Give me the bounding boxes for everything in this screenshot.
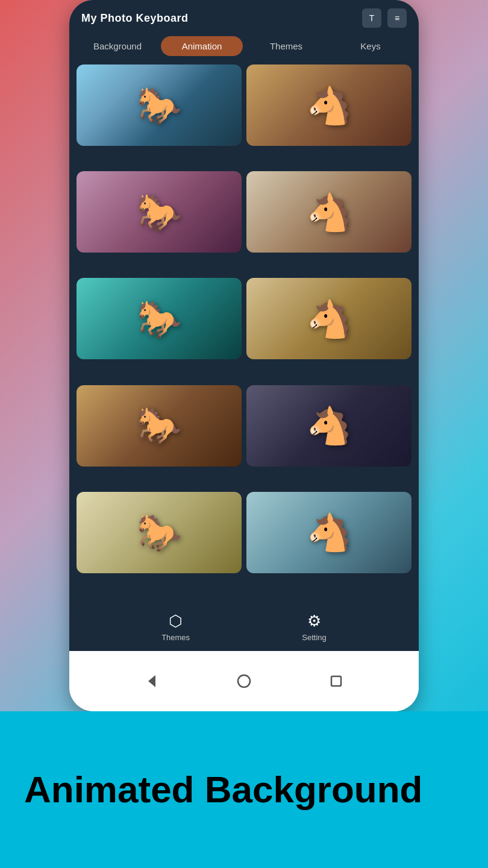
phone-device: My Photo Keyboard T ≡ Background Animati… (69, 0, 419, 711)
setting-icon: ⚙ (307, 612, 321, 631)
list-item[interactable] (77, 385, 242, 467)
recents-button[interactable] (325, 670, 347, 692)
nav-themes[interactable]: ⬡ Themes (161, 612, 190, 642)
image-grid (69, 61, 419, 597)
list-item[interactable] (246, 171, 411, 253)
svg-point-1 (238, 675, 250, 687)
top-bar: My Photo Keyboard T ≡ (69, 0, 419, 34)
svg-rect-2 (331, 676, 341, 686)
list-item[interactable] (77, 278, 242, 359)
app-title: My Photo Keyboard (81, 12, 189, 25)
tab-background[interactable]: Background (77, 36, 158, 56)
nav-tabs: Background Animation Themes Keys (69, 34, 419, 61)
list-item[interactable] (77, 64, 242, 146)
setting-label: Setting (302, 633, 326, 642)
home-button[interactable] (233, 670, 255, 692)
bottom-text: Animated Background (24, 769, 422, 810)
tab-keys[interactable]: Keys (330, 36, 411, 56)
themes-icon: ⬡ (169, 612, 183, 631)
themes-label: Themes (161, 633, 190, 642)
list-item[interactable] (246, 385, 411, 467)
list-item[interactable] (246, 492, 411, 573)
menu-icon[interactable]: ≡ (387, 8, 407, 28)
phone-screen: My Photo Keyboard T ≡ Background Animati… (69, 0, 419, 651)
list-item[interactable] (77, 492, 242, 573)
tab-animation[interactable]: Animation (161, 36, 243, 56)
android-nav-bar (69, 651, 419, 711)
bottom-text-area: Animated Background (0, 711, 488, 868)
list-item[interactable] (246, 64, 411, 146)
top-bar-icons: T ≡ (362, 8, 407, 28)
svg-marker-0 (148, 675, 155, 687)
list-item[interactable] (77, 171, 242, 253)
font-size-icon[interactable]: T (362, 8, 381, 28)
list-item[interactable] (246, 278, 411, 359)
tab-themes[interactable]: Themes (245, 36, 327, 56)
bottom-nav: ⬡ Themes ⚙ Setting (69, 603, 419, 651)
back-button[interactable] (141, 670, 163, 692)
nav-setting[interactable]: ⚙ Setting (302, 612, 326, 642)
